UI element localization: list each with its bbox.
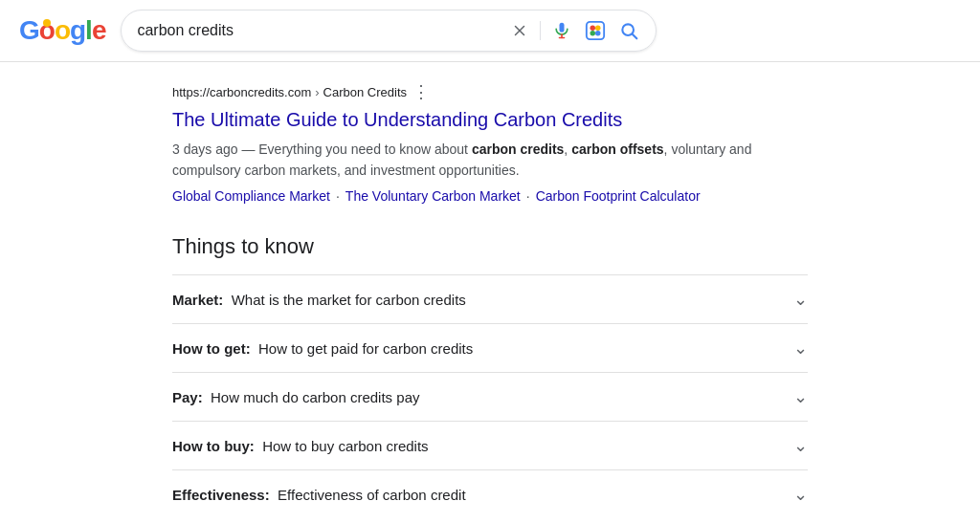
logo-l: l (85, 15, 92, 46)
sitelink-sep-1: · (336, 188, 340, 204)
logo-g: G (19, 15, 39, 46)
result-sitelinks: Global Compliance Market · The Voluntary… (172, 188, 808, 204)
faq-label-how-to-get-key: How to get: (172, 340, 251, 357)
result-menu-button[interactable]: ⋮ (412, 81, 430, 102)
svg-line-11 (633, 34, 637, 39)
faq-question-pay: How much do carbon credits pay (211, 389, 419, 405)
logo-o2: o (55, 15, 70, 46)
lens-icon (585, 20, 606, 41)
search-submit-button[interactable] (617, 19, 640, 42)
search-bar: carbon credits (121, 10, 657, 52)
google-logo[interactable]: Google (19, 15, 105, 46)
snippet-bold-carbon-credits: carbon credits (472, 142, 564, 157)
feedback-row: Feedback (172, 518, 808, 523)
faq-label-pay: Pay: How much do carbon credits pay (172, 389, 419, 405)
faq-chevron-effectiveness: ⌄ (793, 484, 808, 505)
sitelink-sep-2: · (526, 188, 530, 204)
voice-search-button[interactable] (550, 19, 573, 42)
clear-button[interactable] (509, 20, 530, 41)
result-title-link[interactable]: The Ultimate Guide to Understanding Carb… (172, 106, 808, 133)
faq-question-how-to-buy: How to buy carbon credits (262, 438, 428, 454)
svg-point-6 (590, 26, 596, 32)
faq-label-how-to-buy-key: How to buy: (172, 438, 255, 454)
faq-chevron-how-to-buy: ⌄ (793, 435, 808, 456)
faq-label-how-to-get: How to get: How to get paid for carbon c… (172, 340, 473, 357)
result-url-base: https://carboncredits.com (172, 85, 311, 99)
faq-item-how-to-buy[interactable]: How to buy: How to buy carbon credits ⌄ (172, 421, 808, 469)
search-input[interactable]: carbon credits (137, 22, 501, 39)
sitelink-voluntary-carbon[interactable]: The Voluntary Carbon Market (345, 188, 521, 204)
sitelink-global-compliance[interactable]: Global Compliance Market (172, 188, 330, 204)
clear-icon (511, 22, 528, 39)
header: Google carbon credits (0, 0, 980, 62)
snippet-sep1: , (564, 142, 571, 157)
svg-rect-2 (560, 23, 565, 33)
faq-label-market-key: Market: (172, 292, 223, 308)
faq-label-effectiveness: Effectiveness: Effectiveness of carbon c… (172, 487, 466, 503)
faq-item-how-to-get[interactable]: How to get: How to get paid for carbon c… (172, 323, 808, 372)
logo-g2: g (70, 15, 85, 46)
faq-chevron-pay: ⌄ (793, 386, 808, 407)
search-divider (540, 21, 541, 40)
search-icon (619, 21, 638, 40)
svg-rect-5 (587, 22, 604, 39)
faq-label-pay-key: Pay: (172, 389, 203, 405)
faq-item-market[interactable]: Market: What is the market for carbon cr… (172, 274, 808, 323)
result-snippet: 3 days ago — Everything you need to know… (172, 139, 808, 181)
things-to-know-title: Things to know (172, 234, 808, 259)
result-url-sep: › (315, 85, 319, 99)
image-search-button[interactable] (583, 18, 608, 43)
snippet-bold-carbon-offsets: carbon offsets (571, 142, 663, 157)
snippet-prefix: 3 days ago — Everything you need to know… (172, 142, 472, 157)
faq-question-market: What is the market for carbon credits (232, 292, 466, 308)
things-to-know-section: Things to know Market: What is the marke… (172, 234, 808, 523)
svg-point-8 (590, 31, 596, 36)
microphone-icon (552, 21, 571, 40)
faq-chevron-market: ⌄ (793, 289, 808, 310)
logo-o-dot: o (39, 15, 55, 46)
result-url-breadcrumb: Carbon Credits (323, 85, 407, 99)
sitelink-carbon-footprint[interactable]: Carbon Footprint Calculator (536, 188, 701, 204)
faq-item-effectiveness[interactable]: Effectiveness: Effectiveness of carbon c… (172, 469, 808, 518)
faq-label-effectiveness-key: Effectiveness: (172, 487, 270, 503)
search-bar-icons (509, 18, 640, 43)
logo-e: e (92, 15, 106, 46)
faq-label-market: Market: What is the market for carbon cr… (172, 292, 466, 308)
main-content: https://carboncredits.com › Carbon Credi… (0, 62, 980, 523)
result-url-line: https://carboncredits.com › Carbon Credi… (172, 81, 808, 102)
faq-item-pay[interactable]: Pay: How much do carbon credits pay ⌄ (172, 372, 808, 421)
svg-point-9 (595, 31, 601, 36)
faq-label-how-to-buy: How to buy: How to buy carbon credits (172, 438, 429, 454)
faq-chevron-how-to-get: ⌄ (793, 338, 808, 359)
search-result: https://carboncredits.com › Carbon Credi… (172, 81, 808, 204)
svg-point-7 (595, 26, 601, 32)
faq-question-effectiveness: Effectiveness of carbon credit (278, 487, 466, 503)
faq-question-how-to-get: How to get paid for carbon credits (258, 340, 473, 357)
